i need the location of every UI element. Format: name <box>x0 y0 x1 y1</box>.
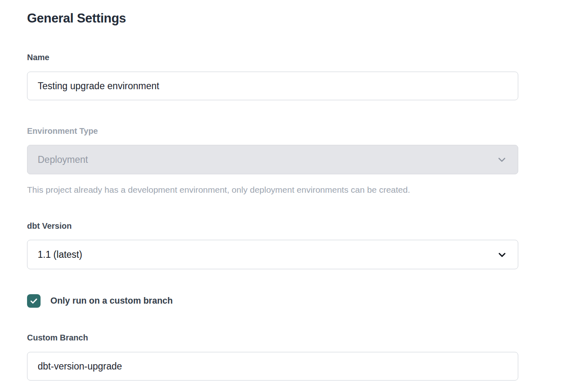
custom-branch-checkbox-label[interactable]: Only run on a custom branch <box>50 296 173 306</box>
checkmark-icon <box>29 297 38 305</box>
environment-type-helper: This project already has a development e… <box>27 184 518 195</box>
dbt-version-value: 1.1 (latest) <box>38 249 82 260</box>
field-name: Name <box>27 53 518 100</box>
page-title: General Settings <box>27 11 518 26</box>
chevron-down-icon <box>497 250 507 259</box>
name-label: Name <box>27 53 518 62</box>
custom-branch-input[interactable] <box>27 352 518 381</box>
dbt-version-label: dbt Version <box>27 221 518 231</box>
environment-type-select: Deployment <box>27 145 518 174</box>
chevron-down-icon <box>497 155 507 164</box>
general-settings-form: General Settings Name Environment Type D… <box>0 0 545 381</box>
name-input[interactable] <box>27 72 518 100</box>
dbt-version-select[interactable]: 1.1 (latest) <box>27 240 518 269</box>
field-dbt-version: dbt Version 1.1 (latest) <box>27 195 518 269</box>
custom-branch-label: Custom Branch <box>27 333 518 342</box>
environment-type-label: Environment Type <box>27 126 518 136</box>
environment-type-value: Deployment <box>38 154 88 165</box>
custom-branch-checkbox-row: Only run on a custom branch <box>27 294 518 308</box>
field-environment-type: Environment Type Deployment This project… <box>27 100 518 195</box>
custom-branch-checkbox[interactable] <box>27 294 41 308</box>
field-custom-branch: Custom Branch <box>27 308 518 381</box>
